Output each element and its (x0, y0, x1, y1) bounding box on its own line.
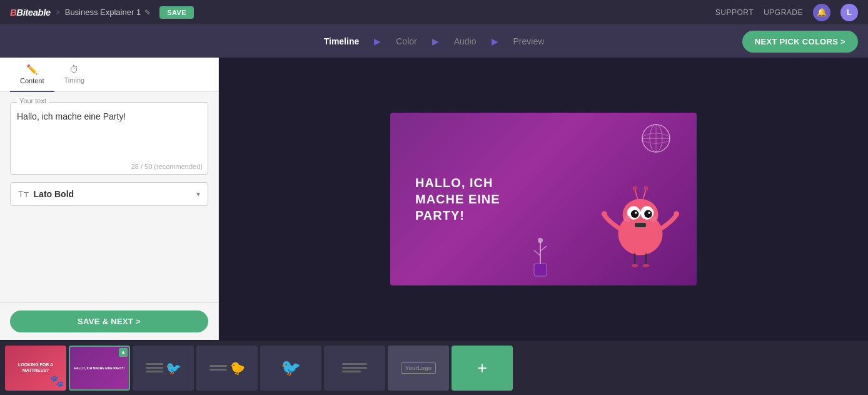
sidebar-body: Your text Hallo, ich mache eine Party! 2… (0, 92, 218, 302)
notifications-icon[interactable]: 🔔 (813, 4, 830, 21)
wizard-step-color[interactable]: Color (381, 36, 431, 46)
filmstrip-thumb-logo[interactable]: YourLogo (388, 346, 449, 391)
font-selector[interactable]: Tᴛ Lato Bold ▾ (10, 182, 208, 206)
text-field-wrapper: Your text Hallo, ich mache eine Party! 2… (10, 102, 208, 175)
chevron-down-icon: ▾ (196, 190, 200, 198)
thumb-line (342, 367, 367, 369)
timing-tab-label: Timing (64, 76, 85, 84)
thumb-creature-3: 🐦 (166, 361, 181, 376)
wizard-step-timeline-label: Timeline (324, 36, 360, 46)
text-field-label: Your text (17, 97, 49, 105)
thumb-line (342, 371, 361, 372)
sidebar-footer: SAVE & NEXT > (0, 302, 218, 340)
filmstrip-thumb-6[interactable] (324, 346, 385, 391)
tab-content[interactable]: ✏️ Content (10, 58, 54, 92)
brand-logo: BBiteable (10, 7, 51, 18)
filmstrip-thumb-4[interactable]: 🐤 (196, 346, 258, 391)
plant-decoration (528, 229, 553, 279)
wizard-arrow-1: ▶ (374, 36, 381, 46)
content-tab-label: Content (20, 77, 44, 85)
thumb-creature-5: 🐦 (281, 358, 301, 377)
thumb-lines-4 (209, 365, 227, 371)
avatar[interactable]: L (840, 4, 858, 21)
thumb-1-creature: 🐾 (50, 374, 64, 388)
thumb-lines-3 (146, 363, 163, 372)
thumb-creature-4: 🐤 (230, 361, 245, 376)
filmstrip-thumb-1[interactable]: LOOKING FOR A MATTRESS? 🐾 (5, 346, 66, 391)
wizard-step-preview[interactable]: Preview (498, 36, 560, 46)
thumb-line (342, 363, 367, 365)
svg-line-15 (635, 189, 637, 198)
support-link[interactable]: SUPPORT (715, 8, 754, 17)
sidebar: ✏️ Content ⏱ Timing Your text Hallo, ich… (0, 58, 219, 340)
font-icon: Tᴛ (18, 189, 29, 199)
filmstrip: LOOKING FOR A MATTRESS? 🐾 ▲ HALLO, ICH M… (0, 340, 868, 395)
thumb-2-text: HALLO, ICH MACHE EINE PARTY! (71, 364, 127, 372)
save-next-button[interactable]: SAVE & NEXT > (10, 310, 208, 332)
filmstrip-thumb-5[interactable]: 🐦 (260, 346, 321, 391)
font-selector-left: Tᴛ Lato Bold (18, 189, 74, 199)
monster-character (597, 173, 684, 273)
sidebar-tabs: ✏️ Content ⏱ Timing (0, 58, 218, 92)
svg-point-25 (643, 264, 650, 267)
filmstrip-thumb-2[interactable]: ▲ HALLO, ICH MACHE EINE PARTY! (69, 346, 130, 391)
slide-preview: HALLO, ICH MACHE EINE PARTY! (390, 113, 697, 285)
char-count: 28 / 50 (recommended) (131, 163, 203, 170)
globe-decoration (640, 123, 672, 154)
thumb-line (209, 365, 227, 367)
wizard-step-preview-label: Preview (513, 36, 545, 46)
svg-point-9 (631, 210, 638, 217)
svg-rect-26 (534, 264, 547, 276)
svg-point-16 (633, 186, 637, 190)
wizard-step-color-label: Color (396, 36, 416, 46)
svg-point-30 (538, 238, 543, 243)
filmstrip-thumb-3[interactable]: 🐦 (133, 346, 194, 391)
thumb-line (146, 371, 163, 372)
wizard-arrow-3: ▶ (492, 36, 498, 46)
thumb-upload-icon: ▲ (119, 348, 128, 357)
edit-project-icon[interactable]: ✎ (144, 8, 151, 17)
next-pick-colors-button[interactable]: NEXT PICK COLORS > (742, 31, 858, 53)
text-input[interactable]: Hallo, ich mache eine Party! (11, 103, 208, 172)
preview-area: HALLO, ICH MACHE EINE PARTY! (219, 58, 868, 340)
content-tab-icon: ✏️ (26, 64, 38, 75)
thumb-1-text: LOOKING FOR A MATTRESS? (5, 360, 66, 376)
wizard-step-timeline[interactable]: Timeline (309, 36, 375, 46)
wizard-arrow-2: ▶ (432, 36, 439, 46)
wizard-step-audio-label: Audio (454, 36, 477, 46)
thumb-line (146, 363, 163, 365)
svg-point-18 (643, 186, 648, 190)
logo-placeholder-text: YourLogo (401, 362, 436, 374)
save-button[interactable]: SAVE (159, 6, 194, 19)
main-content: ✏️ Content ⏱ Timing Your text Hallo, ich… (0, 58, 868, 340)
svg-point-20 (674, 211, 679, 217)
top-nav: BBiteable > Business Explainer 1 ✎ SAVE … (0, 0, 868, 25)
wizard-nav: Timeline ▶ Color ▶ Audio ▶ Preview NEXT … (0, 25, 868, 58)
thumb-line (209, 369, 227, 371)
project-name: Business Explainer 1 (65, 8, 141, 17)
tab-timing[interactable]: ⏱ Timing (54, 58, 95, 92)
svg-point-11 (635, 212, 637, 214)
filmstrip-add-button[interactable]: + (452, 346, 513, 391)
timing-tab-icon: ⏱ (69, 64, 79, 74)
svg-line-29 (540, 246, 547, 251)
thumb-line (146, 367, 163, 369)
svg-line-17 (643, 189, 645, 198)
svg-point-12 (648, 212, 650, 214)
upgrade-link[interactable]: UPGRADE (764, 8, 803, 17)
nav-separator: > (56, 8, 60, 17)
svg-point-14 (650, 215, 657, 222)
svg-rect-21 (635, 223, 646, 227)
svg-point-24 (632, 264, 638, 267)
thumb-lines-6 (342, 363, 367, 372)
font-name: Lato Bold (34, 189, 74, 199)
nav-right: SUPPORT UPGRADE 🔔 L (715, 4, 858, 21)
svg-point-13 (624, 215, 631, 222)
svg-line-28 (534, 250, 540, 255)
wizard-step-audio[interactable]: Audio (439, 36, 492, 46)
svg-point-19 (602, 211, 607, 217)
add-slide-icon: + (477, 358, 487, 378)
